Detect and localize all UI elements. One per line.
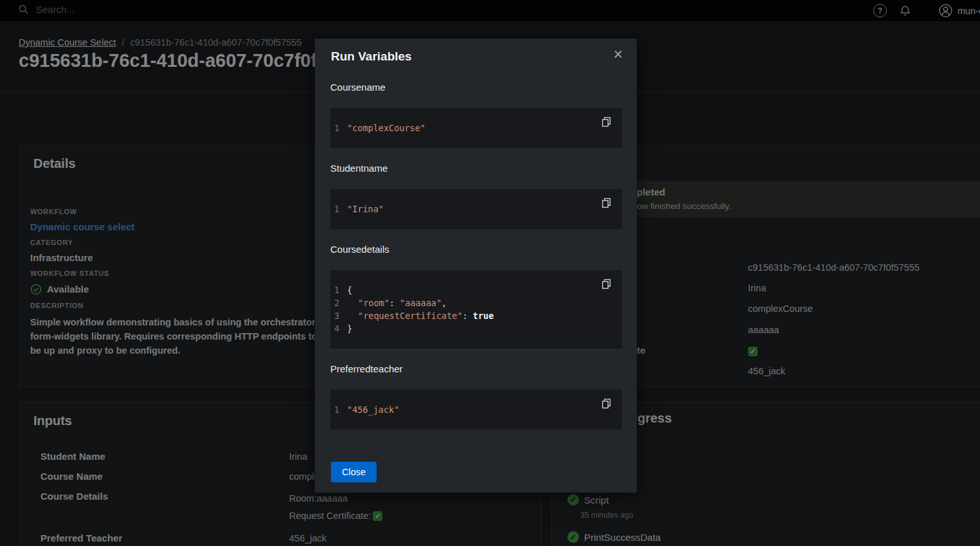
code-line: 4} xyxy=(330,322,622,335)
modal-footer: Close xyxy=(315,444,637,493)
boolean-token: true xyxy=(473,311,494,321)
code-text: "requestCertificate": true xyxy=(347,309,494,322)
copy-icon xyxy=(601,398,612,409)
punctuation-token: : xyxy=(389,298,400,308)
line-number: 1 xyxy=(330,284,342,296)
punctuation-token: } xyxy=(347,322,352,335)
copy-button[interactable] xyxy=(596,112,616,131)
copy-icon xyxy=(601,116,612,127)
string-token: "aaaaaa" xyxy=(400,298,441,308)
line-number: 4 xyxy=(330,322,342,335)
code-viewer: 1"456_jack" xyxy=(330,390,622,430)
line-number: 1 xyxy=(330,122,342,134)
punctuation-token: , xyxy=(441,298,447,308)
line-number: 3 xyxy=(330,309,342,322)
variable-label: Coursedetails xyxy=(330,244,622,255)
code-viewer: 1"Irina" xyxy=(330,189,622,229)
copy-button[interactable] xyxy=(596,274,616,293)
copy-icon xyxy=(601,278,612,289)
code-text: "room": "aaaaaa", xyxy=(347,296,447,309)
line-number: 1 xyxy=(330,203,342,215)
app-root: Search... ? mun-o Dyna xyxy=(0,0,980,546)
code-line: 3"requestCertificate": true xyxy=(330,309,622,322)
variable-section-coursedetails: Coursedetails 1{ 2"room": "aaaaaa", 3"re… xyxy=(330,244,622,349)
line-number: 1 xyxy=(330,403,342,416)
punctuation-token: : xyxy=(463,311,473,321)
string-token: "Irina" xyxy=(347,203,384,215)
variable-section-coursename: Coursename 1"complexCourse" xyxy=(330,82,622,148)
line-number: 2 xyxy=(330,296,342,309)
modal-body: Coursename 1"complexCourse" Studentname xyxy=(315,64,637,430)
string-token: "complexCourse" xyxy=(347,122,425,134)
variable-label: Preferredteacher xyxy=(330,363,622,375)
code-line: 2"room": "aaaaaa", xyxy=(330,296,622,309)
copy-button[interactable] xyxy=(596,394,616,413)
close-button[interactable]: Close xyxy=(331,462,377,482)
copy-icon xyxy=(601,197,612,208)
variable-section-studentname: Studentname 1"Irina" xyxy=(330,163,622,229)
code-line: 1"456_jack" xyxy=(330,403,622,416)
variable-label: Studentname xyxy=(330,163,622,174)
code-viewer: 1"complexCourse" xyxy=(330,108,622,148)
close-icon[interactable]: × xyxy=(610,46,625,62)
variable-section-preferredteacher: Preferredteacher 1"456_jack" xyxy=(330,363,622,430)
modal-title: Run Variables xyxy=(331,49,621,64)
run-variables-modal: Run Variables × Coursename 1"complexCour… xyxy=(315,39,637,493)
key-token: "room" xyxy=(358,298,389,308)
code-line: 1"complexCourse" xyxy=(330,122,622,134)
string-token: "456_jack" xyxy=(347,403,399,416)
punctuation-token: { xyxy=(347,284,352,296)
code-line: 1"Irina" xyxy=(330,203,622,215)
key-token: "requestCertificate" xyxy=(358,311,463,321)
variable-label: Coursename xyxy=(330,82,622,93)
modal-header: Run Variables × xyxy=(315,39,637,64)
code-viewer: 1{ 2"room": "aaaaaa", 3"requestCertifica… xyxy=(330,270,622,349)
code-line: 1{ xyxy=(330,284,622,296)
copy-button[interactable] xyxy=(596,193,616,212)
